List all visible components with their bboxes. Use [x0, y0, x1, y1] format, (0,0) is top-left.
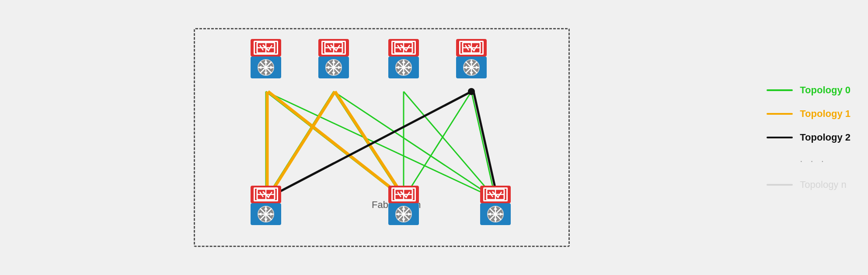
topology0-label: Topology 0 [800, 85, 851, 96]
node-bot3 [478, 186, 513, 225]
svg-line-36 [328, 45, 331, 50]
topology1-line [767, 113, 793, 115]
svg-line-50 [397, 45, 401, 50]
topology2-label: Topology 2 [800, 132, 851, 143]
legend-item-topology0: Topology 0 [767, 85, 851, 96]
legend-item-topologyn: Topology n [767, 179, 851, 190]
node-top3 [386, 39, 421, 78]
node-top2-switch [318, 56, 349, 78]
svg-rect-19 [257, 42, 275, 53]
svg-line-51 [406, 45, 410, 50]
svg-line-23 [268, 45, 272, 50]
svg-line-106 [489, 192, 493, 197]
svg-line-64 [465, 45, 469, 50]
node-bot3-router [480, 186, 511, 203]
topology0-line [767, 89, 793, 91]
svg-line-37 [336, 45, 340, 50]
node-top3-router [388, 39, 419, 56]
node-bot2-router [388, 186, 419, 203]
svg-rect-89 [395, 189, 412, 200]
topologyn-line [767, 184, 793, 186]
topology1-label: Topology 1 [800, 108, 851, 120]
node-bot2-switch [388, 203, 419, 225]
svg-line-79 [268, 192, 272, 197]
legend-item-topology2: Topology 2 [767, 132, 851, 143]
svg-rect-47 [395, 42, 412, 53]
svg-rect-33 [325, 42, 342, 53]
node-top2-router [318, 39, 349, 56]
svg-rect-103 [487, 189, 504, 200]
node-top2 [316, 39, 351, 78]
svg-rect-61 [463, 42, 480, 53]
svg-line-107 [498, 192, 502, 197]
node-top4-switch [456, 56, 487, 78]
node-bot1 [248, 186, 283, 225]
legend-item-topology1: Topology 1 [767, 108, 851, 120]
legend: Topology 0 Topology 1 Topology 2 · · · T… [767, 85, 851, 190]
node-top3-switch [388, 56, 419, 78]
node-bot1-switch [251, 203, 281, 225]
topologyn-label: Topology n [800, 179, 846, 190]
svg-line-93 [406, 192, 410, 197]
svg-line-22 [260, 45, 263, 50]
legend-dots: · · · [800, 155, 851, 167]
node-bot2 [386, 186, 421, 225]
node-top1-switch [251, 56, 281, 78]
node-top1-router [251, 39, 281, 56]
svg-line-78 [260, 192, 263, 197]
node-bot3-switch [480, 203, 511, 225]
svg-rect-75 [257, 189, 275, 200]
topology2-line [767, 137, 793, 138]
svg-line-92 [397, 192, 401, 197]
svg-line-65 [474, 45, 478, 50]
node-top1 [248, 39, 283, 78]
node-top4 [454, 39, 489, 78]
diagram-area: Fabric Path [172, 15, 697, 260]
main-container: Fabric Path [0, 0, 868, 275]
node-top4-router [456, 39, 487, 56]
node-bot1-router [251, 186, 281, 203]
